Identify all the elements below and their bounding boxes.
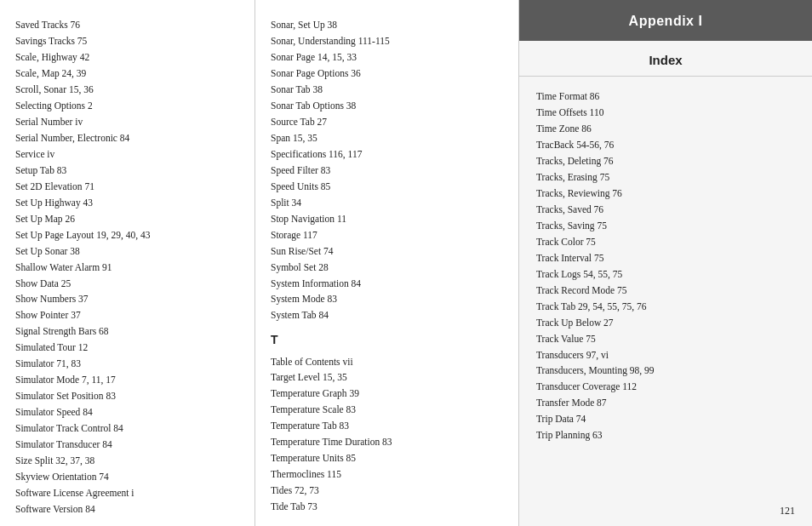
index-header: Index (519, 41, 812, 77)
middle-index-entry: Speed Filter 83 (271, 163, 503, 179)
middle-index-entry: Symbol Set 28 (271, 260, 503, 276)
left-index-entry: Simulator Transducer 84 (15, 437, 239, 453)
right-index-entry: Tracks, Erasing 75 (536, 169, 795, 186)
right-index-entry: Tracks, Deleting 76 (536, 153, 795, 169)
left-index-entry: Set Up Page Layout 19, 29, 40, 43 (15, 227, 239, 243)
left-index-entry: Selecting Options 2 (15, 98, 239, 114)
left-index-entry: Simulator Track Control 84 (15, 420, 239, 437)
left-index-entry: Serial Number iv (15, 114, 239, 130)
left-index-entry: Set 2D Elevation 71 (15, 179, 239, 195)
middle-t-index-entry: Temperature Tab 83 (271, 418, 503, 434)
right-index-entry: Time Zone 86 (536, 121, 795, 137)
middle-index-entry: Sonar, Set Up 38 (271, 17, 503, 33)
middle-t-index-entry: Temperature Units 85 (271, 450, 503, 466)
left-index-entry: Savings Tracks 75 (15, 33, 239, 49)
right-entries-container: Time Format 86Time Offsets 110Time Zone … (519, 77, 812, 526)
right-index-entry: Track Record Mode 75 (536, 283, 795, 299)
left-entries-container: Saved Tracks 76Savings Tracks 75Scale, H… (15, 17, 239, 517)
right-panel: Appendix I Index Time Format 86Time Offs… (519, 0, 812, 526)
middle-index-entry: Sonar Tab 38 (271, 82, 503, 98)
left-index-entry: Saved Tracks 76 (15, 17, 239, 33)
left-index-entry: Scale, Highway 42 (15, 49, 239, 66)
left-index-entry: Show Numbers 37 (15, 291, 239, 307)
right-index-entry: Track Tab 29, 54, 55, 75, 76 (536, 299, 795, 315)
left-index-entry: Set Up Highway 43 (15, 195, 239, 211)
right-index-entry: TracBack 54-56, 76 (536, 137, 795, 153)
appendix-title: Appendix I (629, 14, 703, 28)
right-index-entry: Transducer Coverage 112 (536, 379, 795, 395)
middle-index-entry: System Tab 84 (271, 307, 503, 323)
middle-index-entry: Sonar Page 14, 15, 33 (271, 49, 503, 66)
left-index-entry: Simulator Mode 7, 11, 17 (15, 372, 239, 388)
middle-t-index-entry: Tides 72, 73 (271, 483, 503, 499)
right-index-entry: Trip Data 74 (536, 411, 795, 427)
middle-index-entry: Span 15, 35 (271, 130, 503, 146)
middle-index-entry: System Mode 83 (271, 291, 503, 307)
left-index-entry: Setup Tab 83 (15, 163, 239, 179)
middle-index-entry: Stop Navigation 11 (271, 211, 503, 227)
middle-index-entry: Sonar Tab Options 38 (271, 98, 503, 114)
right-index-entry: Transfer Mode 87 (536, 395, 795, 411)
right-index-entry: Track Value 75 (536, 331, 795, 347)
middle-index-entry: Sonar Page Options 36 (271, 66, 503, 82)
left-index-entry: Signal Strength Bars 68 (15, 323, 239, 340)
middle-index-entry: Storage 117 (271, 227, 503, 243)
right-index-entry: Tracks, Saving 75 (536, 218, 795, 234)
middle-index-entry: Sonar, Understanding 111-115 (271, 33, 503, 49)
right-index-entry: Tracks, Reviewing 76 (536, 186, 795, 202)
middle-index-entry: Speed Units 85 (271, 179, 503, 195)
left-index-entry: Show Pointer 37 (15, 307, 239, 323)
page-number: 121 (780, 505, 795, 517)
left-index-entry: Show Data 25 (15, 276, 239, 292)
middle-t-index-entry: Temperature Time Duration 83 (271, 434, 503, 450)
right-index-entry: Transducers, Mounting 98, 99 (536, 363, 795, 379)
left-index-entry: Skyview Orientation 74 (15, 469, 239, 485)
right-index-entry: Track Logs 54, 55, 75 (536, 266, 795, 283)
middle-t-index-entry: Thermoclines 115 (271, 466, 503, 483)
left-index-entry: Size Split 32, 37, 38 (15, 453, 239, 469)
appendix-header: Appendix I (519, 0, 812, 41)
left-index-entry: Scroll, Sonar 15, 36 (15, 82, 239, 98)
left-index-entry: Software Version 84 (15, 501, 239, 517)
right-index-entry: Tracks, Saved 76 (536, 202, 795, 218)
middle-t-index-entry: Temperature Graph 39 (271, 386, 503, 402)
right-index-entry: Trip Planning 63 (536, 427, 795, 443)
left-index-entry: Serial Number, Electronic 84 (15, 130, 239, 146)
left-index-entry: Service iv (15, 146, 239, 163)
left-index-entry: Simulator 71, 83 (15, 356, 239, 372)
middle-t-index-entry: Tide Tab 73 (271, 499, 503, 515)
middle-index-entry: Specifications 116, 117 (271, 146, 503, 163)
left-index-entry: Set Up Map 26 (15, 211, 239, 227)
middle-index-entry: Source Tab 27 (271, 114, 503, 130)
left-index-entry: Simulator Set Position 83 (15, 388, 239, 404)
middle-t-index-entry: Table of Contents vii (271, 354, 503, 370)
middle-index-entry: System Information 84 (271, 276, 503, 292)
index-title: Index (649, 53, 682, 67)
middle-index-panel: Sonar, Set Up 38Sonar, Understanding 111… (255, 0, 519, 526)
middle-t-index-entry: Temperature Scale 83 (271, 402, 503, 418)
right-index-entry: Time Format 86 (536, 89, 795, 105)
right-index-entry: Track Color 75 (536, 234, 795, 250)
left-index-entry: Software License Agreement i (15, 485, 239, 501)
right-index-entry: Track Up Below 27 (536, 315, 795, 331)
left-index-entry: Scale, Map 24, 39 (15, 66, 239, 82)
middle-t-index-entry: Target Level 15, 35 (271, 369, 503, 386)
right-index-entry: Transducers 97, vi (536, 347, 795, 363)
right-index-entry: Time Offsets 110 (536, 105, 795, 121)
left-index-entry: Simulator Speed 84 (15, 404, 239, 420)
middle-index-entry: Sun Rise/Set 74 (271, 243, 503, 260)
left-index-panel: Saved Tracks 76Savings Tracks 75Scale, H… (0, 0, 255, 526)
middle-entries-container: Sonar, Set Up 38Sonar, Understanding 111… (271, 17, 503, 515)
left-index-entry: Shallow Water Alarm 91 (15, 260, 239, 276)
section-t-header: T (271, 330, 503, 350)
left-index-entry: Simulated Tour 12 (15, 340, 239, 356)
middle-index-entry: Split 34 (271, 195, 503, 211)
right-index-entry: Track Interval 75 (536, 250, 795, 266)
left-index-entry: Set Up Sonar 38 (15, 243, 239, 260)
